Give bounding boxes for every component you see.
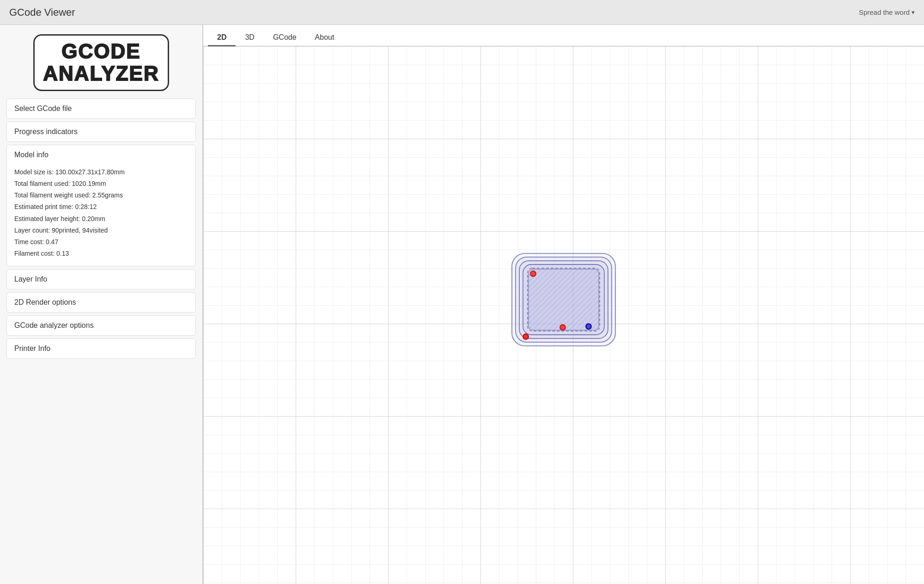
main-layout: GCODE ANALYZER Select GCode file Progres… (0, 25, 924, 584)
svg-point-14 (587, 325, 590, 328)
spread-word-button[interactable]: Spread the word (859, 8, 915, 16)
tabs-bar: 2D 3D GCode About (203, 25, 924, 46)
logo-wrapper: GCODE ANALYZER (33, 34, 169, 91)
logo-line2: ANALYZER (43, 62, 159, 85)
topbar: GCode Viewer Spread the word (0, 0, 924, 25)
svg-point-13 (524, 335, 528, 338)
content-area: 2D 3D GCode About (203, 25, 924, 584)
estimated-print-time: Estimated print time: 0:28:12 (14, 201, 188, 213)
svg-rect-9 (529, 269, 599, 330)
logo-area: GCODE ANALYZER (0, 30, 202, 98)
total-filament-weight: Total filament weight used: 2.55grams (14, 190, 188, 201)
section-select-gcode-header[interactable]: Select GCode file (7, 99, 195, 118)
layer-count: Layer count: 90printed, 94visited (14, 225, 188, 236)
section-progress-indicators: Progress indicators (6, 122, 196, 142)
section-printer-info-header[interactable]: Printer Info (7, 339, 195, 358)
tab-about[interactable]: About (306, 30, 344, 46)
svg-point-12 (561, 326, 565, 329)
section-layer-info-header[interactable]: Layer Info (7, 270, 195, 289)
svg-point-11 (531, 272, 535, 276)
total-filament: Total filament used: 1020.19mm (14, 178, 188, 190)
logo-line1: GCODE (43, 40, 159, 62)
logo-text: GCODE ANALYZER (43, 40, 159, 85)
app-title: GCode Viewer (9, 6, 75, 18)
model-size: Model size is: 130.00x27.31x17.80mm (14, 166, 188, 178)
section-2d-render-options: 2D Render options (6, 292, 196, 313)
tab-2d[interactable]: 2D (208, 30, 236, 46)
section-layer-info: Layer Info (6, 269, 196, 289)
estimated-layer-height: Estimated layer height: 0.20mm (14, 213, 188, 225)
section-printer-info: Printer Info (6, 338, 196, 359)
filament-cost: Filament cost: 0.13 (14, 248, 188, 259)
tab-3d[interactable]: 3D (236, 30, 263, 46)
section-2d-render-header[interactable]: 2D Render options (7, 293, 195, 312)
viewer-area[interactable] (203, 46, 924, 584)
tab-gcode[interactable]: GCode (264, 30, 306, 46)
section-select-gcode: Select GCode file (6, 98, 196, 119)
section-gcode-analyzer-header[interactable]: GCode analyzer options (7, 316, 195, 335)
sidebar: GCODE ANALYZER Select GCode file Progres… (0, 25, 203, 584)
print-shape-svg (508, 250, 619, 351)
section-progress-header[interactable]: Progress indicators (7, 122, 195, 141)
section-model-info: Model info Model size is: 130.00x27.31x1… (6, 145, 196, 267)
model-info-content: Model size is: 130.00x27.31x17.80mm Tota… (7, 165, 195, 266)
print-visualization (508, 250, 619, 353)
section-gcode-analyzer-options: GCode analyzer options (6, 315, 196, 336)
time-cost: Time cost: 0.47 (14, 236, 188, 248)
section-model-info-header[interactable]: Model info (7, 145, 195, 165)
